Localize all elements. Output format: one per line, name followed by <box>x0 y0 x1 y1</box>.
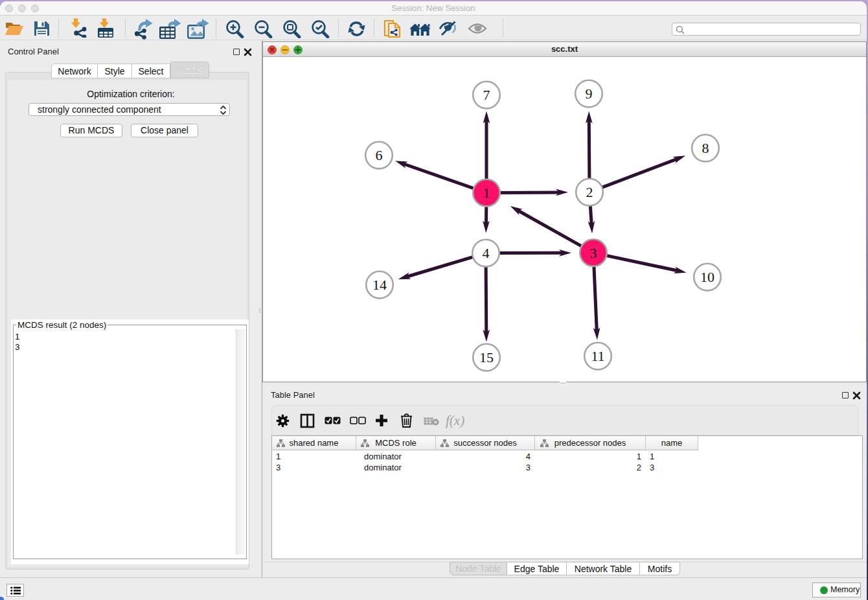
svg-text:9: 9 <box>586 86 593 102</box>
svg-text:10: 10 <box>700 269 714 285</box>
svg-text:15: 15 <box>479 349 494 365</box>
svg-text:3: 3 <box>590 245 597 261</box>
svg-text:14: 14 <box>372 277 387 293</box>
svg-text:4: 4 <box>483 245 490 261</box>
svg-text:2: 2 <box>586 184 593 200</box>
svg-text:1: 1 <box>483 185 490 201</box>
svg-text:11: 11 <box>591 348 604 364</box>
svg-text:8: 8 <box>702 140 709 156</box>
svg-text:6: 6 <box>376 147 383 163</box>
svg-text:7: 7 <box>483 87 490 103</box>
